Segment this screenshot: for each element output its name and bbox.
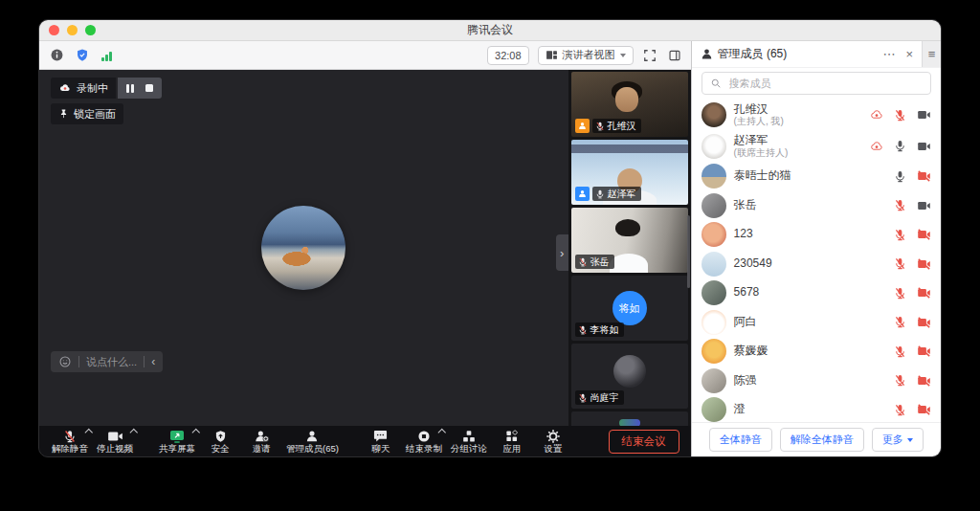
member-name: 230549	[734, 257, 772, 271]
video-tile[interactable]: 张岳	[571, 208, 688, 273]
toolbar-item-label: 共享屏幕	[159, 444, 195, 454]
minimize-window-button[interactable]	[67, 25, 78, 35]
chat-button[interactable]: 聊天	[365, 427, 397, 455]
chat-input-placeholder: 说点什么...	[86, 355, 137, 369]
camera-off-icon[interactable]	[917, 258, 931, 270]
toolbar-item-label: 设置	[544, 444, 562, 454]
quick-chat-bar[interactable]: 说点什么... ‹	[51, 351, 163, 372]
network-signal-icon[interactable]	[99, 50, 115, 61]
camera-off-icon[interactable]	[917, 404, 931, 415]
member-row[interactable]: 蔡媛媛	[702, 337, 931, 367]
mic-muted-icon[interactable]	[894, 229, 906, 241]
member-avatar	[702, 397, 726, 422]
view-mode-selector[interactable]: 演讲者视图	[538, 46, 634, 65]
member-row[interactable]: 赵泽军(联席主持人)	[702, 131, 931, 163]
fullscreen-icon[interactable]	[642, 47, 658, 63]
video-tile[interactable]: 尚庭宇	[571, 344, 688, 409]
participant-name: 赵泽军	[608, 189, 636, 200]
mic-muted-icon[interactable]	[894, 345, 906, 358]
video-tile[interactable]: 孔维汉	[571, 72, 688, 137]
emoji-smiley-icon	[58, 355, 72, 368]
member-row[interactable]: 陈强	[702, 367, 931, 396]
mic-muted-icon[interactable]	[894, 257, 906, 270]
stop-recording-button[interactable]: 结束录制	[406, 427, 442, 455]
video-tile[interactable]	[571, 411, 688, 426]
chevron-up-icon[interactable]	[129, 429, 137, 436]
mic-muted-icon[interactable]	[894, 109, 906, 122]
panel-menu-icon[interactable]: ≡	[922, 41, 941, 67]
video-tile[interactable]: 将如李将如	[571, 276, 688, 341]
camera-off-icon[interactable]	[917, 170, 931, 182]
more-button[interactable]: 更多	[872, 428, 924, 452]
camera-off-icon[interactable]	[917, 229, 931, 240]
member-name: 澄	[734, 403, 746, 416]
pause-recording-button[interactable]	[126, 84, 134, 93]
search-icon	[710, 78, 722, 89]
camera-on-icon[interactable]	[917, 109, 931, 121]
side-panel-toggle-icon[interactable]	[667, 47, 683, 63]
mic-muted-icon[interactable]	[894, 316, 906, 328]
close-window-button[interactable]	[49, 25, 59, 35]
member-row[interactable]: 张岳	[702, 191, 931, 221]
camera-on-icon[interactable]	[917, 141, 931, 152]
toolbar-item-label: 解除静音	[52, 444, 88, 454]
zoom-window-button[interactable]	[85, 25, 96, 35]
member-row[interactable]: 泰晤士的猫	[702, 162, 931, 191]
settings-button[interactable]: 设置	[537, 427, 569, 455]
view-mode-label: 演讲者视图	[563, 48, 615, 62]
strip-scrollbar[interactable]	[687, 215, 690, 288]
share-screen-button[interactable]: 共享屏幕	[159, 427, 195, 455]
manage-members-button[interactable]: 管理成员(65)	[286, 427, 339, 455]
collapse-chat-icon[interactable]: ‹	[151, 356, 155, 367]
chevron-up-icon[interactable]	[84, 429, 92, 436]
chevron-up-icon[interactable]	[191, 429, 199, 436]
camera-off-icon[interactable]	[917, 317, 931, 328]
unmute-all-button[interactable]: 解除全体静音	[780, 428, 864, 452]
mic-muted-icon[interactable]	[894, 404, 906, 416]
mic-muted-icon	[595, 122, 605, 131]
mic-muted-icon	[578, 393, 588, 403]
camera-off-icon[interactable]	[917, 345, 931, 357]
member-row[interactable]: 230549	[702, 250, 931, 279]
search-members-input[interactable]	[727, 77, 923, 90]
stop-video-button[interactable]: 停止视频	[97, 427, 133, 455]
stop-recording-button[interactable]	[145, 84, 153, 92]
meeting-info-icon[interactable]	[49, 47, 65, 63]
apps-button[interactable]: 应用	[496, 427, 528, 455]
mic-muted-icon[interactable]	[894, 287, 906, 300]
member-row[interactable]: 5678	[702, 278, 931, 308]
camera-on-icon[interactable]	[917, 200, 931, 211]
camera-off-icon[interactable]	[917, 287, 931, 299]
mic-on-icon	[595, 189, 605, 199]
host-badge-icon	[575, 119, 590, 133]
member-row[interactable]: 孔维汉(主持人, 我)	[702, 100, 931, 131]
panel-more-icon[interactable]: ⋯	[880, 48, 898, 60]
panel-close-icon[interactable]: ×	[902, 48, 916, 60]
security-shield-icon[interactable]	[74, 47, 90, 63]
chevron-up-icon[interactable]	[438, 429, 446, 436]
member-row[interactable]: 澄	[702, 395, 931, 422]
member-row[interactable]: 123	[702, 220, 931, 250]
stop-recording-icon	[417, 429, 431, 443]
security-button[interactable]: 安全	[204, 427, 236, 455]
unmute-button[interactable]: 解除静音	[52, 427, 88, 455]
breakout-rooms-button[interactable]: 分组讨论	[451, 427, 487, 455]
mic-on-icon[interactable]	[894, 170, 906, 183]
end-meeting-button[interactable]: 结束会议	[609, 430, 679, 454]
lock-view-button[interactable]: 锁定画面	[51, 103, 123, 124]
member-name: 5678	[734, 286, 760, 300]
pin-icon	[58, 108, 69, 120]
mute-all-button[interactable]: 全体静音	[709, 428, 772, 452]
collapse-strip-handle[interactable]: ›	[556, 234, 568, 271]
mic-muted-icon[interactable]	[894, 199, 906, 211]
camera-off-icon[interactable]	[917, 375, 931, 387]
button-label: 解除全体静音	[791, 433, 854, 447]
member-row[interactable]: 阿白	[702, 308, 931, 338]
button-label: 全体静音	[720, 433, 762, 447]
share-screen-icon	[169, 429, 185, 443]
mic-on-icon[interactable]	[894, 140, 906, 152]
member-list: 孔维汉(主持人, 我)赵泽军(联席主持人)泰晤士的猫张岳123230549567…	[692, 99, 941, 422]
video-tile[interactable]: 赵泽军	[571, 140, 688, 205]
mic-muted-icon[interactable]	[894, 374, 906, 387]
invite-button[interactable]: 邀请	[245, 427, 278, 455]
